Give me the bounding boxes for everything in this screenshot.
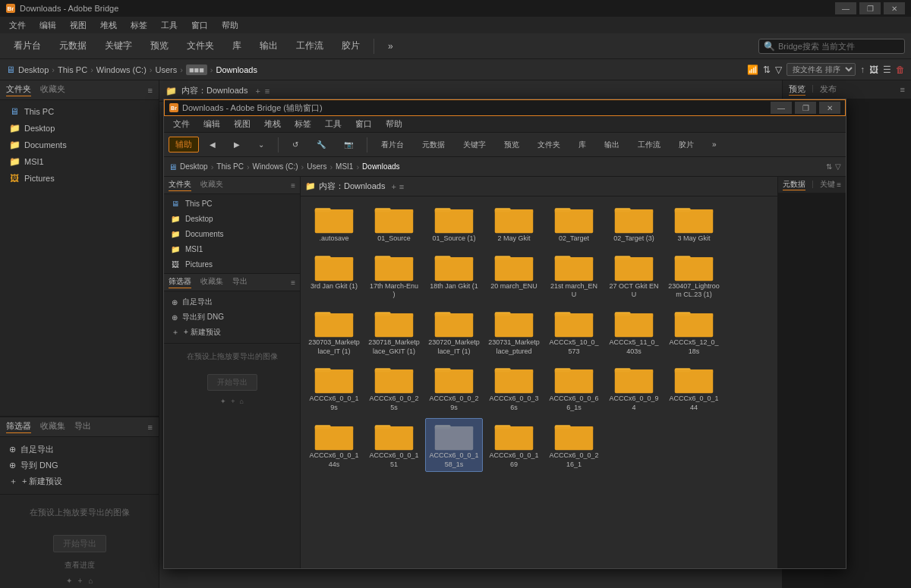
overlay-path-users[interactable]: Users — [307, 162, 326, 171]
filter-menu-icon[interactable]: ≡ — [148, 423, 153, 432]
right-tab-publish[interactable]: 发布 — [820, 83, 837, 96]
overlay-toolbar-slideshow[interactable]: 看片台 — [374, 137, 411, 153]
overlay-toolbar-library[interactable]: 库 — [571, 137, 594, 153]
overlay-folder-item[interactable]: 230718_Marketplace_GKIT (1) — [365, 305, 423, 359]
toolbar-slideshow[interactable]: 看片台 — [6, 37, 49, 55]
overlay-folder-item[interactable]: ACCCx6_0_0_29s — [425, 361, 483, 415]
overlay-folder-item[interactable]: ACCCx6_0_0_25s — [365, 361, 423, 415]
overlay-toolbar-workflow[interactable]: 工作流 — [630, 137, 668, 153]
toolbar-film[interactable]: 胶片 — [334, 37, 367, 55]
menu-edit[interactable]: 编辑 — [33, 18, 62, 33]
overlay-toolbar-film[interactable]: 胶片 — [671, 137, 701, 153]
overlay-folder-item[interactable]: 17th March-Enu ) — [365, 249, 423, 303]
overlay-folder-item[interactable]: 20 march_ENU — [485, 249, 543, 303]
overlay-folder-item[interactable]: ACCCx6_0_0_169 — [485, 418, 543, 472]
overlay-right-tab-keywords[interactable]: 关键 — [820, 179, 835, 190]
overlay-forward[interactable]: ▶ — [226, 138, 247, 151]
overlay-folder-item[interactable]: ACCCx6_0_0_36s — [485, 361, 543, 415]
overlay-folder-item[interactable]: ACCCx5_10_0_573 — [545, 305, 603, 359]
overlay-right-panel-menu[interactable]: ≡ — [837, 181, 841, 189]
path-windows[interactable]: Windows (C:) — [96, 65, 147, 74]
overlay-active-btn[interactable]: 辅助 — [169, 137, 199, 153]
menu-help[interactable]: 帮助 — [216, 18, 244, 33]
overlay-tab-favorites[interactable]: 收藏夹 — [200, 179, 223, 191]
overlay-collection-tab[interactable]: 收藏集 — [200, 276, 223, 288]
folders-panel-header[interactable]: 文件夹 收藏夹 ≡ — [0, 80, 159, 100]
overlay-right-tab-metadata[interactable]: 元数据 — [783, 179, 805, 190]
overlay-folder-item[interactable]: 230720_Marketplace_IT (1) — [425, 305, 483, 359]
nav-pictures[interactable]: 🖼 Pictures — [0, 170, 159, 187]
overlay-menu-file[interactable]: 文件 — [167, 117, 196, 131]
content-menu-icon[interactable]: ≡ — [265, 86, 270, 96]
overlay-toolbar-preview[interactable]: 预览 — [496, 137, 527, 153]
path-up-icon[interactable]: ↑ — [860, 64, 865, 75]
overlay-toolbar-folders[interactable]: 文件夹 — [530, 137, 568, 153]
overlay-folder-item[interactable]: 230731_Marketplace_ptured — [485, 305, 543, 359]
overlay-folder-item[interactable]: .autosave — [305, 201, 363, 247]
overlay-export-start-button[interactable]: 开始导出 — [207, 374, 257, 391]
overlay-folder-item[interactable]: ACCCx6_0_0_144s — [305, 418, 363, 472]
overlay-nav-desktop[interactable]: 📁 Desktop — [164, 211, 300, 226]
overlay-folder-item[interactable]: ACCCx6_0_0_158_1s — [425, 418, 483, 472]
overlay-folder-item[interactable]: 230407_Lightroom CL.23 (1) — [665, 249, 723, 303]
right-panel-menu[interactable]: ≡ — [900, 85, 905, 94]
export-self[interactable]: ⊕ 自足导出 — [6, 442, 153, 458]
overlay-filter-menu[interactable]: ≡ — [291, 278, 295, 287]
overlay-menu-stack[interactable]: 堆栈 — [258, 117, 287, 131]
overlay-path-windows[interactable]: Windows (C:) — [253, 162, 298, 171]
close-button[interactable]: ✕ — [884, 2, 905, 14]
overlay-nav-msi1[interactable]: 📁 MSI1 — [164, 241, 300, 256]
overlay-reload[interactable]: ↺ — [285, 138, 306, 151]
path-list-icon[interactable]: ☰ — [883, 64, 891, 75]
menu-window[interactable]: 窗口 — [185, 18, 214, 33]
overlay-nav-thispc[interactable]: 🖥 This PC — [164, 196, 300, 211]
overlay-folder-item[interactable]: 02_Target — [545, 201, 603, 247]
overlay-folder-item[interactable]: 02_Target (3) — [605, 201, 663, 247]
overlay-export-tab[interactable]: 导出 — [232, 276, 247, 288]
nav-msi1[interactable]: 📁 MSI1 — [0, 153, 159, 170]
toolbar-keywords[interactable]: 关键字 — [97, 37, 140, 55]
overlay-tab-folders[interactable]: 文件夹 — [169, 179, 191, 191]
restore-button[interactable]: ❐ — [859, 2, 881, 14]
menu-tools[interactable]: 工具 — [155, 18, 184, 33]
overlay-export-self[interactable]: ⊕ 自足导出 — [169, 294, 295, 310]
overlay-menu-tools[interactable]: 工具 — [319, 117, 348, 131]
search-input[interactable] — [778, 42, 900, 51]
overlay-folder-item[interactable]: ACCCx5_11_0_403s — [605, 305, 663, 359]
overlay-toolbar-output[interactable]: 输出 — [597, 137, 627, 153]
overlay-restore[interactable]: ❐ — [795, 102, 816, 114]
overlay-export-new[interactable]: ＋ + 新建预设 — [169, 325, 295, 340]
overlay-toolbar-metadata[interactable]: 元数据 — [415, 137, 452, 153]
overlay-tools[interactable]: 🔧 — [309, 138, 333, 151]
tab-filter[interactable]: 筛选器 — [6, 420, 31, 433]
overlay-export-dng[interactable]: ⊕ 导出到 DNG — [169, 310, 295, 325]
overlay-folder-item[interactable]: 3rd Jan Gkit (1) — [305, 249, 363, 303]
overlay-folder-item[interactable]: 01_Source — [365, 201, 423, 247]
toolbar-preview[interactable]: 预览 — [143, 37, 176, 55]
content-add-icon[interactable]: + — [255, 86, 260, 96]
export-dng[interactable]: ⊕ 导到 DNG — [6, 458, 153, 473]
overlay-minimize[interactable]: — — [771, 102, 792, 114]
tab-favorites[interactable]: 收藏夹 — [40, 83, 65, 96]
overlay-folder-item[interactable]: ACCCx6_0_0_94 — [605, 361, 663, 415]
overlay-content-add[interactable]: + — [391, 182, 396, 191]
overlay-close[interactable]: ✕ — [819, 102, 840, 114]
overlay-path-thispc[interactable]: This PC — [216, 162, 244, 171]
overlay-path-msi1[interactable]: MSI1 — [336, 162, 353, 171]
overlay-folder-item[interactable]: ACCCx6_0_0_66_1s — [545, 361, 603, 415]
overlay-filter-header[interactable]: 筛选器 收藏集 导出 ≡ — [164, 274, 300, 291]
menu-file[interactable]: 文件 — [3, 18, 32, 33]
overlay-content-menu[interactable]: ≡ — [399, 182, 404, 191]
overlay-toolbar-keywords[interactable]: 关键字 — [456, 137, 493, 153]
panel-menu-icon[interactable]: ≡ — [148, 86, 153, 95]
export-new[interactable]: ＋ + 新建预设 — [6, 473, 153, 489]
sort-select[interactable]: 按文件名 排序 按日期 排序 按大小 排序 — [786, 63, 856, 76]
path-desktop[interactable]: Desktop — [18, 65, 49, 74]
toolbar-output[interactable]: 输出 — [252, 37, 285, 55]
tab-folders[interactable]: 文件夹 — [6, 83, 31, 96]
minimize-button[interactable]: — — [835, 2, 856, 14]
overlay-menu-label[interactable]: 标签 — [288, 117, 317, 131]
path-thispc[interactable]: This PC — [58, 65, 87, 74]
overlay-history[interactable]: ⌄ — [251, 138, 272, 151]
overlay-menu-help[interactable]: 帮助 — [380, 117, 408, 131]
